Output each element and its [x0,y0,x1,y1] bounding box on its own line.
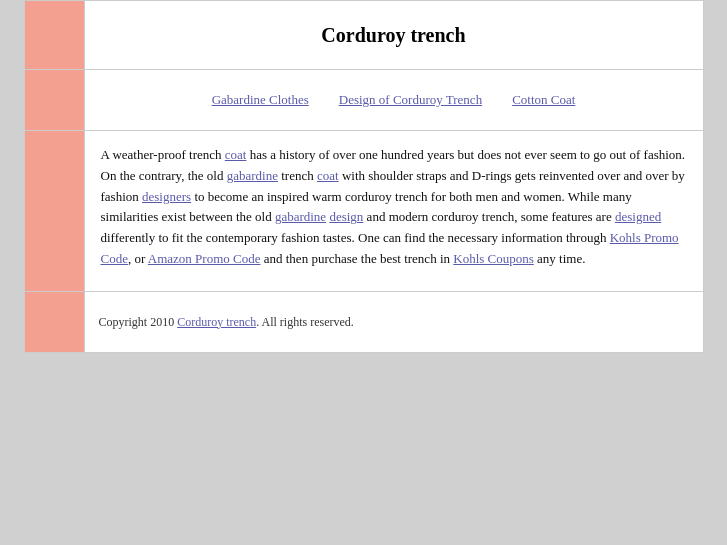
nav-row: Gabardine Clothes Design of Corduroy Tre… [25,70,703,131]
link-amazon-promo[interactable]: Amazon Promo Code [148,251,261,266]
copyright-suffix: . All rights reserved. [256,315,354,329]
footer-text: Copyright 2010 Corduroy trench. All righ… [99,315,354,330]
footer-content: Copyright 2010 Corduroy trench. All righ… [85,292,703,352]
copyright-prefix: Copyright 2010 [99,315,178,329]
content-row: A weather-proof trench coat has a histor… [25,131,703,292]
link-gabardine-1[interactable]: gabardine [227,168,278,183]
link-gabardine-2[interactable]: gabardine [275,209,326,224]
link-coat-2[interactable]: coat [317,168,339,183]
footer-sidebar [25,292,85,352]
link-designed[interactable]: designed [615,209,661,224]
link-coat-1[interactable]: coat [225,147,247,162]
nav-content: Gabardine Clothes Design of Corduroy Tre… [85,70,703,130]
content-cell: A weather-proof trench coat has a histor… [85,131,703,291]
footer-link[interactable]: Corduroy trench [177,315,256,329]
content-sidebar [25,131,85,291]
page-title: Corduroy trench [321,24,465,47]
footer-row: Copyright 2010 Corduroy trench. All righ… [25,292,703,352]
nav-link-gabardine[interactable]: Gabardine Clothes [212,92,309,108]
page-wrapper: Corduroy trench Gabardine Clothes Design… [24,0,704,353]
body-paragraph: A weather-proof trench coat has a histor… [101,145,687,270]
header-content: Corduroy trench [85,1,703,69]
link-design[interactable]: design [329,209,363,224]
header-row: Corduroy trench [25,1,703,70]
link-designers[interactable]: designers [142,189,191,204]
nav-sidebar [25,70,85,130]
nav-link-corduroy[interactable]: Design of Corduroy Trench [339,92,482,108]
nav-link-cotton[interactable]: Cotton Coat [512,92,575,108]
header-sidebar [25,1,85,69]
link-kohls-coupons[interactable]: Kohls Coupons [453,251,534,266]
